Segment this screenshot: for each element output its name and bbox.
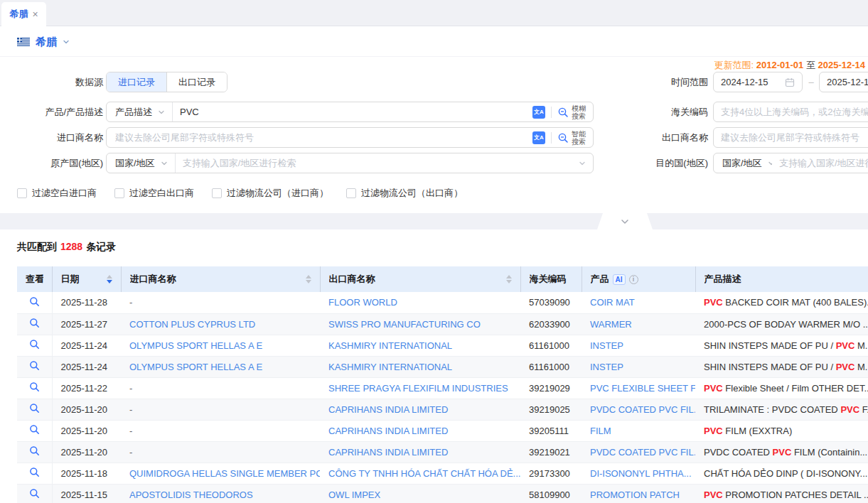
filter-blank-exporter[interactable]: 过滤空白出口商 — [114, 187, 194, 200]
smart-search-button[interactable]: 智能 搜索 — [557, 130, 586, 146]
fuzzy-search-button[interactable]: 模糊 搜索 — [557, 104, 586, 120]
sort-icon[interactable] — [306, 275, 311, 283]
tab-greece[interactable]: 希腊 × — [1, 2, 46, 26]
exporter-link[interactable]: CAPRIHANS INDIA LIMITED — [328, 404, 448, 415]
product-cell: PVC FLEXIBLE SHEET F... — [582, 377, 695, 399]
export-records-tab[interactable]: 出口记录 — [166, 72, 227, 92]
importer-link[interactable]: OLYMPUS SPORT HELLAS A E — [129, 340, 262, 351]
table-row: 2025-11-24OLYMPUS SPORT HELLAS A EKASHMI… — [17, 335, 868, 356]
desc-cell: PVDC COATED PVC FILM (Containin... — [695, 441, 868, 463]
table-row: 2025-11-27COTTON PLUS CYPRUS LTDSWISS PR… — [17, 313, 868, 335]
view-magnifier-icon[interactable] — [29, 382, 40, 392]
view-magnifier-icon[interactable] — [29, 360, 40, 371]
view-cell[interactable] — [17, 420, 52, 441]
view-magnifier-icon[interactable] — [29, 467, 40, 477]
hs-code-input[interactable] — [721, 107, 868, 117]
origin-country-select[interactable]: 国家/地区 — [107, 153, 176, 173]
product-link[interactable]: INSTEP — [590, 362, 623, 372]
date-start-input[interactable] — [721, 77, 785, 87]
exporter-link[interactable]: CAPRIHANS INDIA LIMITED — [328, 447, 448, 458]
chevron-down-icon[interactable] — [579, 160, 586, 167]
chevron-down-icon[interactable] — [63, 38, 70, 45]
product-search-input[interactable] — [173, 102, 532, 121]
sort-icon[interactable] — [107, 275, 112, 283]
translate-icon[interactable]: 文A — [532, 131, 545, 144]
column-header-date[interactable]: 日期 — [52, 266, 121, 292]
filter-blank-importer[interactable]: 过滤空白进口商 — [17, 187, 97, 200]
product-link[interactable]: FILM — [590, 426, 611, 436]
product-cell: PROMOTION PATCH — [582, 484, 695, 503]
view-magnifier-icon[interactable] — [29, 403, 40, 413]
view-cell[interactable] — [17, 313, 52, 335]
checkbox[interactable] — [114, 188, 124, 198]
view-cell[interactable] — [17, 292, 52, 313]
importer-link[interactable]: QUIMIDROGA HELLAS SINGLE MEMBER PC — [129, 468, 320, 479]
date-end-input[interactable] — [827, 77, 868, 87]
view-magnifier-icon[interactable] — [29, 424, 40, 435]
chevron-down-icon — [620, 218, 630, 225]
importer-link[interactable]: APOSTOLIDIS THEODOROS — [129, 490, 253, 500]
destination-search-input[interactable] — [779, 158, 868, 168]
product-link[interactable]: INSTEP — [590, 340, 623, 351]
exporter-link[interactable]: KASHMIRY INTERNATIONAL — [328, 362, 452, 372]
filter-logistics-exporter[interactable]: 过滤物流公司（出口商） — [346, 187, 463, 200]
desc-cell: CHẤT HÓA DẺO DINP ( DI-ISONONY... — [695, 463, 868, 484]
desc-cell: PVC FILM (EXXTRA) — [695, 420, 868, 441]
exporter-link[interactable]: SWISS PRO MANUFACTURING CO — [328, 319, 481, 330]
checkbox[interactable] — [17, 188, 27, 198]
view-cell[interactable] — [17, 463, 52, 484]
column-header-importer[interactable]: 进口商名称 — [121, 266, 320, 292]
exporter-cell: KASHMIRY INTERNATIONAL — [320, 356, 520, 377]
view-magnifier-icon[interactable] — [29, 318, 40, 328]
view-magnifier-icon[interactable] — [29, 488, 40, 499]
hs-code-cell: 61161000 — [520, 335, 582, 356]
product-link[interactable]: COIR MAT — [590, 297, 635, 308]
product-search-group: 产品描述 文A 模糊 搜索 — [106, 102, 594, 122]
info-icon[interactable]: i — [629, 275, 638, 284]
checkbox[interactable] — [346, 188, 356, 198]
checkbox[interactable] — [212, 188, 222, 198]
date-end-field — [819, 72, 868, 92]
view-cell[interactable] — [17, 399, 52, 420]
product-link[interactable]: DI-ISONONYL PHTHA... — [590, 468, 692, 479]
exporter-link[interactable]: OWL IMPEX — [328, 490, 380, 500]
importer-input[interactable] — [107, 128, 532, 147]
exporter-cell: CAPRIHANS INDIA LIMITED — [320, 399, 520, 420]
product-link[interactable]: PVC FLEXIBLE SHEET F... — [590, 383, 695, 394]
view-magnifier-icon[interactable] — [29, 296, 40, 307]
import-records-tab[interactable]: 进口记录 — [107, 72, 166, 92]
view-cell[interactable] — [17, 356, 52, 377]
exporter-link[interactable]: CÔNG TY TNHH HÓA CHẤT CHẤT HÓA DẺ... — [328, 468, 520, 479]
calendar-icon[interactable] — [785, 77, 795, 87]
origin-search-input[interactable] — [176, 153, 579, 173]
hs-code-field — [713, 102, 868, 122]
page-header: 希腊 — [17, 33, 70, 50]
exporter-link[interactable]: CAPRIHANS INDIA LIMITED — [328, 426, 448, 436]
view-magnifier-icon[interactable] — [29, 445, 40, 456]
product-link[interactable]: PROMOTION PATCH — [590, 490, 680, 500]
translate-icon[interactable]: 文A — [532, 106, 545, 119]
view-cell[interactable] — [17, 377, 52, 399]
view-magnifier-icon[interactable] — [29, 339, 40, 350]
collapse-toggle[interactable] — [597, 213, 653, 229]
view-cell[interactable] — [17, 484, 52, 503]
exporter-cell: CAPRIHANS INDIA LIMITED — [320, 420, 520, 441]
importer-link[interactable]: COTTON PLUS CYPRUS LTD — [129, 319, 255, 330]
view-cell[interactable] — [17, 441, 52, 463]
exporter-link[interactable]: SHREE PRAGYA FLEXIFILM INDUSTRIES — [328, 383, 508, 394]
product-type-select[interactable]: 产品描述 — [107, 102, 173, 121]
importer-link[interactable]: OLYMPUS SPORT HELLAS A E — [129, 362, 262, 372]
product-link[interactable]: WARMER — [590, 319, 632, 330]
filter-logistics-importer[interactable]: 过滤物流公司（进口商） — [212, 187, 328, 200]
product-link[interactable]: PVDC COATED PVC FIL... — [590, 447, 695, 458]
exporter-input[interactable] — [721, 132, 868, 143]
product-cell: INSTEP — [582, 335, 695, 356]
exporter-link[interactable]: KASHMIRY INTERNATIONAL — [328, 340, 452, 351]
view-cell[interactable] — [17, 335, 52, 356]
column-header-exporter[interactable]: 出口商名称 — [320, 266, 520, 292]
product-link[interactable]: PVDC COATED PVC FIL... — [590, 404, 695, 415]
exporter-link[interactable]: FLOOR WORLD — [328, 297, 397, 308]
sort-icon[interactable] — [506, 275, 512, 283]
filter-checkbox-row: 过滤空白进口商 过滤空白出口商 过滤物流公司（进口商） 过滤物流公司（出口商） — [17, 188, 463, 199]
close-icon[interactable]: × — [32, 9, 38, 19]
